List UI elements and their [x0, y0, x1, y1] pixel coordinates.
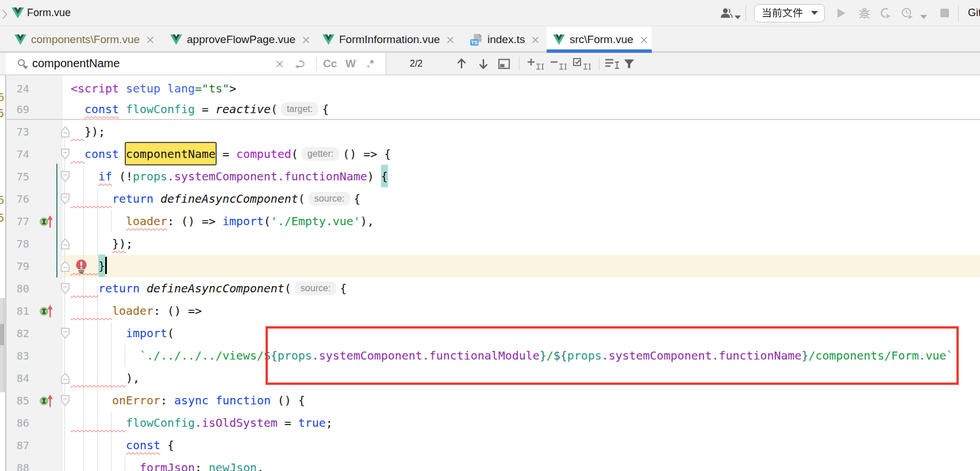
line-number: 69 [6, 99, 29, 121]
code-line: 78 }); [0, 233, 980, 255]
runconfig-label-cjk [762, 8, 803, 18]
search-divider [316, 57, 317, 71]
close-icon[interactable] [145, 35, 155, 45]
run-button[interactable] [837, 9, 846, 20]
title-bar: Form.vue Git [0, 0, 980, 26]
filter-icon[interactable] [624, 53, 635, 75]
close-icon[interactable] [531, 35, 540, 45]
fold-marker-icon[interactable] [60, 171, 70, 185]
run-configuration-selector[interactable] [754, 4, 825, 22]
code-token: .isOldSystem [195, 416, 278, 430]
code-token [71, 192, 112, 206]
code-text: formJson: newJson, [71, 457, 264, 471]
code-token: computed [236, 148, 291, 161]
code-editor[interactable]: 6565 24<script setup lang="ts">69 const … [0, 75, 980, 471]
code-token: loader [112, 304, 153, 318]
debug-button[interactable] [858, 7, 871, 22]
tab-src-Form.vue[interactable]: src\Form.vue [547, 26, 652, 53]
profiler-button[interactable] [901, 7, 914, 22]
code-token: onError [112, 394, 160, 407]
code-token: { [340, 282, 347, 295]
svg-text:TS: TS [471, 40, 478, 45]
fold-marker-icon[interactable] [60, 238, 70, 252]
user-icon[interactable] [719, 7, 734, 22]
gutter-override-icon[interactable] [36, 393, 55, 411]
code-text: const { [71, 434, 174, 457]
match-case-toggle[interactable]: Cc [323, 53, 337, 75]
vue-file-icon [14, 34, 26, 45]
tab-index.ts[interactable]: TSindex.ts [463, 26, 547, 53]
search-input[interactable]: componentName Cc W .* [6, 53, 386, 75]
code-token [71, 372, 126, 385]
open-in-find-window-icon[interactable] [498, 53, 511, 75]
regex-toggle[interactable]: .* [367, 53, 374, 75]
insert-newline-icon[interactable] [294, 53, 306, 75]
code-line: 87 const { [0, 434, 980, 457]
parameter-hint: source: [309, 192, 350, 206]
search-divider [599, 57, 599, 71]
fold-marker-icon[interactable] [60, 148, 70, 163]
search-in-selection-icon[interactable] [604, 53, 620, 75]
fold-marker-icon[interactable] [60, 372, 70, 387]
search-query-text[interactable]: componentName [32, 57, 120, 70]
code-token: formJson [140, 461, 195, 471]
git-menu[interactable]: Git [968, 7, 980, 19]
arrow-up-icon[interactable] [456, 53, 467, 75]
fold-marker-icon[interactable] [60, 193, 70, 207]
code-token: : [160, 394, 174, 407]
close-icon[interactable] [445, 35, 455, 45]
code-token: <script [71, 82, 119, 95]
code-text: const componentName = computed(getter:()… [71, 143, 391, 165]
code-token: ), [360, 215, 374, 228]
code-token: ( [271, 103, 278, 116]
code-token [71, 394, 112, 407]
code-token: (! [112, 170, 133, 183]
run-with-coverage-button[interactable] [879, 7, 893, 22]
whole-words-toggle[interactable]: W [345, 53, 356, 75]
tab-components-Form.vue[interactable]: components\Form.vue [6, 26, 164, 53]
sticky-code-line: 24<script setup lang="ts"> [0, 76, 980, 98]
line-number: 84 [6, 367, 29, 389]
code-token: = [195, 103, 216, 116]
code-token [71, 237, 112, 250]
code-text: onError: async function () { [71, 389, 305, 412]
arrow-down-icon[interactable] [478, 53, 489, 75]
gutter-override-icon[interactable] [36, 214, 55, 232]
stop-button[interactable] [940, 9, 949, 20]
code-token: = [216, 148, 236, 161]
typescript-file-icon: TS [469, 33, 483, 47]
fold-marker-icon[interactable] [60, 260, 70, 275]
close-icon[interactable] [639, 35, 649, 45]
fold-marker-icon[interactable] [60, 327, 70, 342]
code-token: newJson [209, 461, 257, 471]
code-token [71, 148, 84, 161]
select-all-occurrences-icon[interactable] [572, 53, 591, 75]
code-token [71, 282, 98, 295]
matched-brace: { [381, 165, 388, 187]
close-icon[interactable] [275, 53, 285, 75]
code-token: setup lang [119, 82, 195, 95]
code-token [153, 192, 160, 206]
add-occurrence-icon[interactable] [526, 53, 544, 75]
code-token: ; [326, 416, 333, 430]
vue-file-icon [553, 34, 565, 45]
tab-approveFlowPage.vue[interactable]: approveFlowPage.vue [164, 26, 317, 53]
gutter-override-icon[interactable] [36, 303, 55, 322]
code-token: ), [126, 372, 140, 385]
code-token: ) [367, 170, 381, 183]
close-icon[interactable] [301, 35, 311, 45]
tab-FormInformation.vue[interactable]: FormInformation.vue [317, 26, 463, 53]
code-line: 85 onError: async function () { [0, 389, 980, 412]
code-token: { [322, 103, 329, 116]
code-line: 75 if (!props.systemComponent.functionNa… [0, 165, 980, 188]
remove-occurrence-icon[interactable] [549, 53, 567, 75]
code-token: const [84, 148, 119, 161]
fold-marker-icon[interactable] [60, 283, 70, 297]
code-token: ="ts" [195, 82, 229, 95]
code-line: 73 }); [0, 121, 980, 143]
code-token: './Empty.vue' [271, 215, 360, 228]
code-text: } [71, 255, 107, 277]
fold-marker-icon[interactable] [60, 395, 70, 409]
fold-marker-icon[interactable] [60, 126, 70, 140]
code-token: flowConfig [126, 103, 195, 116]
